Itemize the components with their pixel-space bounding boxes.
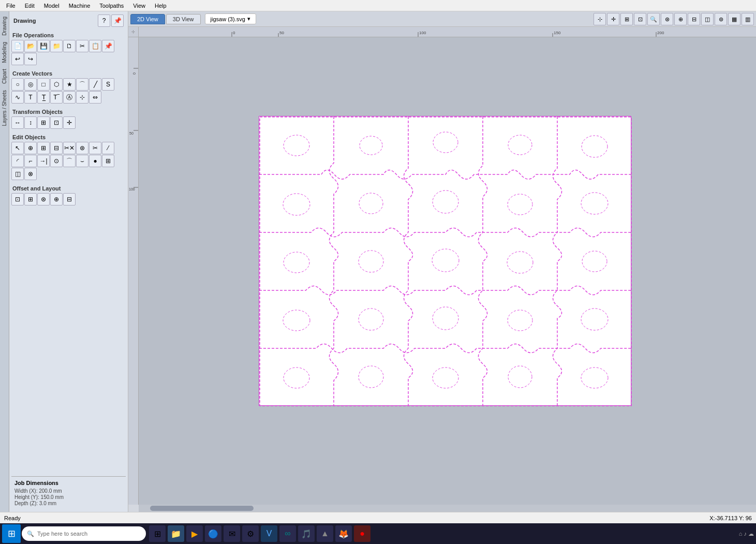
tool-node-edit[interactable]: ⊕ (24, 142, 37, 154)
tool-save-as[interactable]: 🗋 (63, 40, 76, 52)
taskbar-explorer[interactable]: 📁 (168, 525, 184, 542)
icon-layer[interactable]: ◫ (701, 13, 714, 25)
taskbar-taskview[interactable]: ⊞ (149, 525, 166, 542)
tool-cut[interactable]: ✂ (76, 40, 88, 52)
tool-del-node[interactable]: ⊗ (24, 168, 37, 180)
tool-open[interactable]: 📂 (24, 40, 37, 52)
tool-rectangle[interactable]: □ (37, 78, 50, 91)
tool-edit2[interactable]: ◫ (11, 168, 24, 180)
tool-paste[interactable]: 📌 (102, 40, 114, 52)
taskbar-music[interactable]: 🎵 (298, 525, 315, 542)
job-dims-height: Height (Y): 150.0 mm (14, 494, 123, 500)
tool-point[interactable]: ● (89, 155, 101, 167)
tool-scissors[interactable]: ✂ (89, 142, 101, 154)
tool-s-curve[interactable]: S (102, 78, 114, 91)
tool-new[interactable]: 📄 (11, 40, 24, 52)
taskbar-app2[interactable]: ● (354, 525, 370, 542)
tool-save[interactable]: 💾 (37, 40, 50, 52)
icon-snap-corner[interactable]: ⊹ (594, 13, 606, 25)
scrollbar-thumb[interactable] (150, 506, 254, 511)
tool-flip-v[interactable]: ↕ (24, 116, 37, 129)
file-tab[interactable]: jigsaw (3).svg ▾ (205, 13, 256, 24)
menu-edit[interactable]: Edit (21, 2, 39, 10)
tab-modeling[interactable]: Modeling (1, 39, 8, 66)
tab-3d-view[interactable]: 3D View (166, 14, 201, 24)
tool-flip-h[interactable]: ↔ (11, 116, 24, 129)
tool-extend[interactable]: →| (37, 155, 50, 167)
taskbar-arduino[interactable]: ∞ (279, 525, 296, 542)
tool-bitmapvector[interactable]: ⊹ (76, 91, 88, 104)
taskbar-media[interactable]: ▶ (186, 525, 203, 542)
tool-trim-sel[interactable]: ✂✕ (63, 142, 76, 154)
tab-2d-view[interactable]: 2D View (130, 14, 165, 24)
tab-clipart[interactable]: Clipart (1, 66, 8, 87)
taskbar-chrome[interactable]: 🔵 (205, 525, 221, 542)
menu-toolpaths[interactable]: Toolpaths (95, 2, 128, 10)
tool-offset[interactable]: ⊡ (11, 193, 24, 205)
menu-help[interactable]: Help (151, 2, 171, 10)
menu-view[interactable]: View (129, 2, 150, 10)
tool-break[interactable]: ⌣ (76, 155, 88, 167)
icon-toggle-view[interactable]: ⊟ (688, 13, 700, 25)
tool-knife[interactable]: ∕ (102, 142, 114, 154)
icon-snap-grid[interactable]: ⊡ (634, 13, 646, 25)
tool-line[interactable]: ╱ (89, 78, 101, 91)
tool-chamfer[interactable]: ⌐ (24, 155, 37, 167)
tool-array[interactable]: ⊞ (24, 193, 37, 205)
menu-machine[interactable]: Machine (65, 2, 95, 10)
panel-icon-pin[interactable]: 📌 (111, 14, 124, 27)
tool-circle[interactable]: ○ (11, 78, 24, 91)
taskbar-firefox[interactable]: 🦊 (335, 525, 352, 542)
menu-model[interactable]: Model (40, 2, 64, 10)
taskbar-search[interactable]: 🔍 Type here to search (22, 526, 146, 541)
tool-smooth-node[interactable]: ⊞ (37, 142, 50, 154)
tool-join[interactable]: ⌒ (63, 155, 76, 167)
icon-tileview1[interactable]: ▦ (728, 13, 740, 25)
icon-grid[interactable]: ⊞ (620, 13, 633, 25)
icon-zoom-fit[interactable]: 🔍 (647, 13, 660, 25)
tool-text-fit[interactable]: T‾ (50, 91, 63, 104)
tool-undo[interactable]: ↩ (11, 53, 24, 65)
icon-tileview2[interactable]: ▥ (742, 13, 754, 25)
tool-align[interactable]: ⊞ (102, 155, 114, 167)
tool-open-folder[interactable]: 📁 (50, 40, 63, 52)
tool-copy[interactable]: 📋 (89, 40, 101, 52)
taskbar-start[interactable]: ⊞ (2, 524, 21, 543)
icon-snap-mid[interactable]: ✛ (607, 13, 619, 25)
taskbar-app1[interactable]: ▲ (317, 525, 333, 542)
tool-free-transform[interactable]: ✛ (63, 116, 76, 129)
tool-arc[interactable]: ⌒ (76, 78, 88, 91)
tool-polygon[interactable]: ⬡ (50, 78, 63, 91)
menu-file[interactable]: File (2, 2, 20, 10)
tool-nesting[interactable]: ⊛ (37, 193, 50, 205)
taskbar-email[interactable]: ✉ (224, 525, 240, 542)
tool-rotate[interactable]: ⊞ (37, 116, 50, 129)
tool-weld[interactable]: ⊟ (50, 142, 63, 154)
panel-icon-info[interactable]: ? (98, 14, 110, 27)
scrollbar-horizontal[interactable] (139, 505, 756, 512)
taskbar-settings[interactable]: ⚙ (242, 525, 259, 542)
tab-drawing[interactable]: Drawing (1, 13, 8, 39)
tool-star[interactable]: ★ (63, 78, 76, 91)
canvas-scroll[interactable] (139, 37, 756, 505)
taskbar-vectric[interactable]: V (261, 525, 277, 542)
tool-fillet[interactable]: ◜ (11, 155, 24, 167)
tool-panelize[interactable]: ⊟ (63, 193, 76, 205)
tool-redo[interactable]: ↪ (24, 53, 37, 65)
icon-snapping[interactable]: ⊚ (715, 13, 727, 25)
icon-zoom-all[interactable]: ⊕ (674, 13, 687, 25)
tool-chain[interactable]: ⊕ (50, 193, 63, 205)
tool-close-vectors[interactable]: ⊙ (50, 155, 63, 167)
icon-zoom-sel[interactable]: ⊛ (661, 13, 673, 25)
tool-text-path[interactable]: T̲ (37, 91, 50, 104)
file-tab-chevron[interactable]: ▾ (247, 16, 250, 22)
tool-select[interactable]: ↖ (11, 142, 24, 154)
tool-label[interactable]: Ⓐ (63, 91, 76, 104)
tool-wave[interactable]: ∿ (11, 91, 24, 104)
tab-layers[interactable]: Layers / Sheets (1, 87, 8, 129)
tool-text[interactable]: T (24, 91, 37, 104)
tool-scale[interactable]: ⊡ (50, 116, 63, 129)
tool-measure[interactable]: ⇔ (89, 91, 101, 104)
tool-ellipse[interactable]: ◎ (24, 78, 37, 91)
tool-magic-wand[interactable]: ⊛ (76, 142, 88, 154)
